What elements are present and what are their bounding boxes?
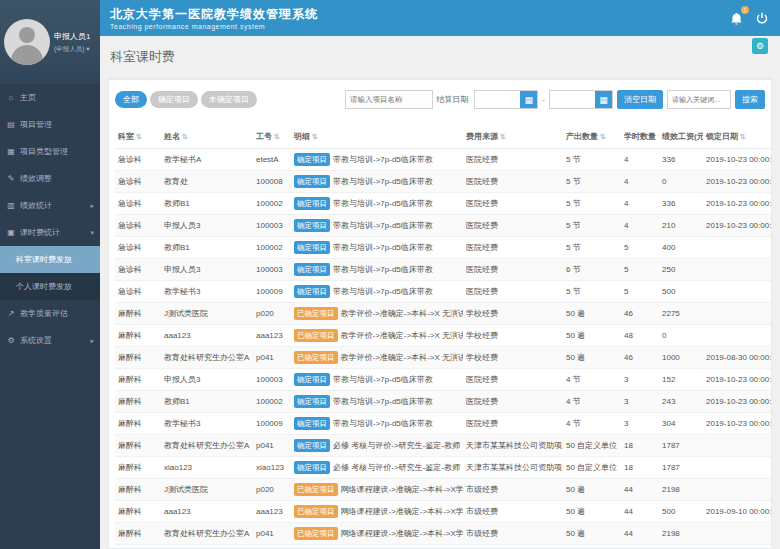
- confirm-project-button[interactable]: 确定项目: [294, 285, 330, 298]
- header-bar: 北京大学第一医院教学绩效管理系统 Teaching performance ma…: [100, 0, 780, 36]
- table-cell: 44: [621, 479, 659, 501]
- column-header[interactable]: 绩效工资(元)⇅: [659, 125, 703, 149]
- detail-cell: 确定项目带教与培训->7p-d5临床带教: [291, 391, 463, 413]
- sidebar-subitem[interactable]: 个人课时费发放: [0, 273, 100, 300]
- table-cell: 医院经费: [463, 237, 563, 259]
- sidebar-item[interactable]: ▣课时费统计▾: [0, 219, 100, 246]
- table-cell: p041: [253, 347, 291, 369]
- table-cell: 医院经费: [463, 391, 563, 413]
- table-cell: 2019-09-10 00:00:00: [703, 501, 772, 523]
- column-header[interactable]: 明细⇅: [291, 125, 463, 149]
- table-cell: 教育处科研究生办公室A: [161, 435, 253, 457]
- filter-pill[interactable]: 确定项目: [150, 91, 198, 108]
- date-from-field[interactable]: [475, 92, 519, 107]
- edit-icon: ✎: [6, 174, 16, 183]
- detail-cell: 已确定项目网络课程建设->准确定->本科->X学员: [291, 501, 463, 523]
- confirm-project-button[interactable]: 确定项目: [294, 263, 330, 276]
- calendar-icon[interactable]: ▦: [520, 91, 537, 108]
- calendar-icon[interactable]: ▦: [595, 91, 612, 108]
- table-cell: 5: [621, 237, 659, 259]
- table-cell: 4 节: [563, 369, 621, 391]
- table-cell: 教学秘书A: [161, 149, 253, 171]
- clear-dates-button[interactable]: 清空日期: [617, 90, 663, 109]
- confirm-project-button[interactable]: 确定项目: [294, 241, 330, 254]
- table-cell: 2019-10-23 00:00:00: [703, 215, 772, 237]
- keyword-search-input[interactable]: [667, 90, 731, 109]
- confirm-project-button[interactable]: 确定项目: [294, 219, 330, 232]
- sort-icon[interactable]: ⇅: [740, 133, 746, 140]
- search-button[interactable]: 搜索: [735, 90, 765, 109]
- confirm-project-button[interactable]: 确定项目: [294, 439, 330, 452]
- confirm-project-button[interactable]: 确定项目: [294, 395, 330, 408]
- column-header[interactable]: 学时数量⇅: [621, 125, 659, 149]
- sort-icon[interactable]: ⇅: [658, 133, 659, 140]
- date-to-field[interactable]: [550, 92, 594, 107]
- date-from-input[interactable]: ▦: [474, 90, 538, 109]
- table-cell: 2019-10-23 00:00:00: [703, 391, 772, 413]
- logout-icon[interactable]: [754, 10, 770, 26]
- confirm-project-button[interactable]: 确定项目: [294, 153, 330, 166]
- sort-icon[interactable]: ⇅: [312, 133, 318, 140]
- sidebar-item[interactable]: ▦项目类型管理: [0, 138, 100, 165]
- chevron-down-icon: ▾: [86, 45, 89, 52]
- sort-icon[interactable]: ⇅: [274, 133, 280, 140]
- column-header[interactable]: 锁定日期⇅: [703, 125, 772, 149]
- table-row: 急诊科申报人员3100003确定项目带教与培训->7p-d5临床带教医院经费6 …: [115, 259, 772, 281]
- table-cell: 医院经费: [463, 259, 563, 281]
- table-cell: 50 自定义单位: [563, 435, 621, 457]
- theme-settings-button[interactable]: ⚙: [752, 38, 768, 54]
- sidebar-item[interactable]: ⌂主页: [0, 84, 100, 111]
- sort-icon[interactable]: ⇅: [500, 133, 506, 140]
- sidebar-item[interactable]: ✎绩效调整: [0, 165, 100, 192]
- trend-icon: ↗: [6, 309, 16, 318]
- table-cell: aaa123: [253, 501, 291, 523]
- table-cell: 市级经费: [463, 501, 563, 523]
- column-header[interactable]: 产出数量⇅: [563, 125, 621, 149]
- table-cell: p041: [253, 545, 291, 549]
- confirm-project-button[interactable]: 确定项目: [294, 417, 330, 430]
- confirm-project-button[interactable]: 确定项目: [294, 461, 330, 474]
- sidebar-item[interactable]: ↗教学质量评估: [0, 300, 100, 327]
- chart-icon: ▥: [6, 201, 16, 210]
- table-body: 急诊科教学秘书AetestA确定项目带教与培训->7p-d5临床带教医院经费5 …: [115, 149, 772, 549]
- table-cell: 麻醉科: [115, 325, 161, 347]
- table-cell: 医院经费: [463, 193, 563, 215]
- confirmed-project-button[interactable]: 已确定项目: [294, 483, 338, 496]
- table-cell: [703, 281, 772, 303]
- filter-pill[interactable]: 全部: [115, 91, 147, 108]
- sidebar-item[interactable]: ▤项目管理: [0, 111, 100, 138]
- detail-text: 必修 考核与评价->研究生-鉴定-教师: [333, 463, 460, 472]
- date-range-separator: -: [542, 95, 545, 104]
- column-header[interactable]: 费用来源⇅: [463, 125, 563, 149]
- settlement-date-label: 结算日期: [436, 94, 468, 105]
- confirm-project-button[interactable]: 确定项目: [294, 373, 330, 386]
- table-cell: 学校经费: [463, 325, 563, 347]
- table-cell: 医院经费: [463, 215, 563, 237]
- column-header[interactable]: 工号⇅: [253, 125, 291, 149]
- user-role-dropdown[interactable]: (申报人员) ▾: [54, 45, 90, 54]
- content: 科室课时费 全部确定项目未确定项目 结算日期 ▦ - ▦: [100, 36, 780, 549]
- table-cell: aaa123: [161, 325, 253, 347]
- confirmed-project-button[interactable]: 已确定项目: [294, 307, 338, 320]
- sort-icon[interactable]: ⇅: [600, 133, 606, 140]
- sort-icon[interactable]: ⇅: [182, 133, 188, 140]
- confirmed-project-button[interactable]: 已确定项目: [294, 329, 338, 342]
- sidebar-item[interactable]: ▥绩效统计▸: [0, 192, 100, 219]
- sidebar-item[interactable]: ⚙系统设置▸: [0, 327, 100, 354]
- filter-pill[interactable]: 未确定项目: [201, 91, 257, 108]
- sidebar-subitem[interactable]: 科室课时费发放: [0, 246, 100, 273]
- table-cell: 2019-10-23 00:00:00: [703, 193, 772, 215]
- header-actions: 1: [728, 10, 770, 26]
- column-header[interactable]: 科室⇅: [115, 125, 161, 149]
- confirm-project-button[interactable]: 确定项目: [294, 175, 330, 188]
- confirmed-project-button[interactable]: 已确定项目: [294, 351, 338, 364]
- column-header[interactable]: 姓名⇅: [161, 125, 253, 149]
- notification-bell-icon[interactable]: 1: [728, 10, 744, 26]
- project-name-input[interactable]: [345, 90, 433, 109]
- confirmed-project-button[interactable]: 已确定项目: [294, 527, 338, 540]
- sort-icon[interactable]: ⇅: [136, 133, 142, 140]
- detail-text: 带教与培训->7p-d5临床带教: [333, 199, 433, 208]
- date-to-input[interactable]: ▦: [549, 90, 613, 109]
- confirm-project-button[interactable]: 确定项目: [294, 197, 330, 210]
- confirmed-project-button[interactable]: 已确定项目: [294, 505, 338, 518]
